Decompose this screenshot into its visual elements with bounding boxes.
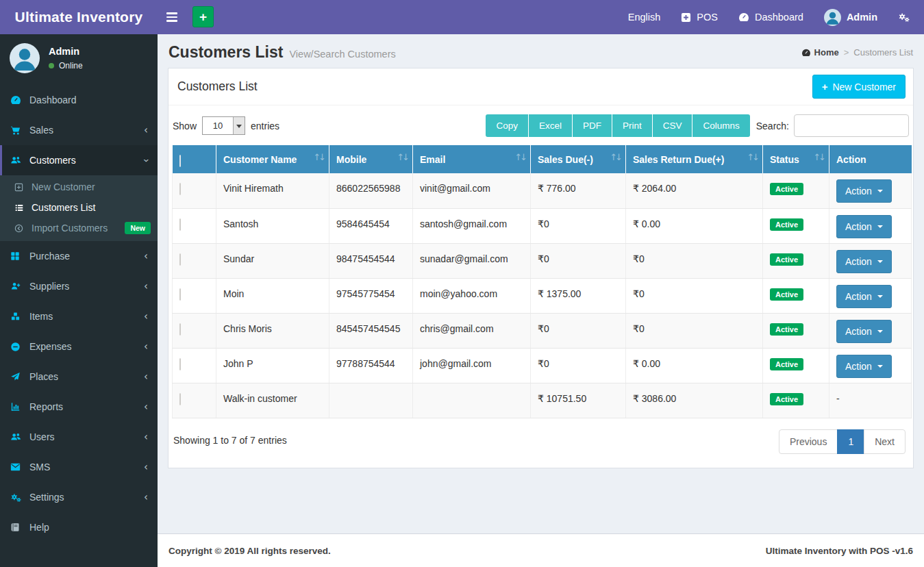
sidebar-item-reports[interactable]: Reports ‹ [0,392,158,422]
columns-button[interactable]: Columns [692,114,749,137]
cell-sales-due: ₹0 [531,208,626,243]
quick-add-button[interactable]: + [192,6,214,27]
header-customer-name[interactable]: Customer Name↑↓ [216,145,329,173]
sidebar-item-places[interactable]: Places ‹ [0,362,158,392]
next-page-button[interactable]: Next [864,429,906,454]
new-customer-button[interactable]: + New Customer [812,75,906,99]
th-large-icon [10,251,29,261]
table-row: John P 97788754544 john@gmail.com ₹0 ₹ 0… [173,348,912,383]
sidebar-menu: Dashboard Sales ‹ Customers ‹ New Custom… [0,85,158,542]
cell-mobile: 845457454545 [329,313,413,348]
row-checkbox[interactable] [179,393,181,405]
action-button[interactable]: Action [836,285,892,308]
app-logo[interactable]: Ultimate Inventory [0,9,158,25]
plus-icon: + [199,10,207,25]
customers-table: Customer Name↑↓ Mobile↑↓ Email↑↓ Sales D… [168,145,913,418]
sidebar-item-new-customer[interactable]: New Customer [0,177,158,197]
sidebar-user-panel: Admin Online [0,34,158,84]
action-button[interactable]: Action [836,250,892,273]
select-all-header[interactable] [173,145,216,173]
row-checkbox[interactable] [179,218,181,231]
page-number-button[interactable]: 1 [837,429,864,454]
select-dropdown-button[interactable] [233,117,245,134]
cubes-icon [10,312,29,321]
caret-down-icon [236,125,242,131]
sidebar-item-dashboard[interactable]: Dashboard [0,85,158,115]
cell-sales-return-due: ₹ 2064.00 [626,173,763,208]
language-menu[interactable]: English [628,12,661,23]
sidebar-item-customers[interactable]: Customers ‹ [0,145,158,175]
row-checkbox[interactable] [179,323,181,336]
chevron-down-icon: ‹ [141,158,151,162]
copy-button[interactable]: Copy [486,114,529,137]
row-checkbox[interactable] [179,358,181,370]
action-button[interactable]: Action [836,320,892,343]
card-title: Customers List [177,79,258,94]
sidebar-item-items[interactable]: Items ‹ [0,301,158,331]
sidebar: Admin Online Dashboard Sales ‹ Customers… [0,34,158,567]
page-length-select[interactable]: 10 [202,116,245,135]
header-status[interactable]: Status↑↓ [763,145,829,173]
sidebar-item-sales[interactable]: Sales ‹ [0,115,158,145]
settings-gear-icon[interactable] [898,12,910,23]
sidebar-item-settings[interactable]: Settings ‹ [0,482,158,512]
pdf-button[interactable]: PDF [573,114,612,137]
dashboard-link[interactable]: Dashboard [738,12,803,23]
header-email[interactable]: Email↑↓ [413,145,531,173]
sidebar-item-import-customers[interactable]: Import Customers New [0,218,158,238]
sidebar-item-expenses[interactable]: Expenses ‹ [0,331,158,362]
action-button[interactable]: Action [836,355,892,378]
breadcrumb-current: Customers List [853,47,913,58]
cell-sales-due: ₹0 [531,243,626,278]
header-sales-due[interactable]: Sales Due(-)↑↓ [531,145,626,173]
search-input[interactable] [794,114,909,137]
sidebar-item-users[interactable]: Users ‹ [0,422,158,452]
copyright-text: Copyright © 2019 All rights reserved. [168,546,331,556]
book-icon [10,522,29,532]
sidebar-toggle-icon[interactable] [158,5,186,28]
sidebar-item-sms[interactable]: SMS ‹ [0,452,158,482]
sidebar-item-customers-list[interactable]: Customers List [0,197,158,218]
search-label: Search: [756,121,789,131]
cell-mobile: 9584645454 [329,208,413,243]
row-checkbox[interactable] [179,183,181,195]
user-status: Online [49,61,83,71]
table-row: Sundar 98475454544 sunadar@gmail.com ₹0 … [173,243,912,278]
sort-icon: ↑↓ [747,152,758,162]
sidebar-item-suppliers[interactable]: Suppliers ‹ [0,271,158,301]
chevron-left-icon: ‹ [144,312,148,322]
gauge-icon [10,95,29,105]
status-badge: Active [770,288,803,301]
print-button[interactable]: Print [612,114,653,137]
pos-link[interactable]: POS [681,12,718,23]
header-sales-return-due[interactable]: Sales Return Due(+)↑↓ [626,145,763,173]
table-row: Moin 97545775454 moin@yahoo.com ₹ 1375.0… [173,278,912,313]
cell-email: vinit@gmail.com [413,173,531,208]
user-menu[interactable]: Admin [824,9,877,26]
row-checkbox[interactable] [179,288,181,301]
select-all-checkbox[interactable] [179,155,181,167]
cell-customer-name: Vinit Hiremath [216,173,329,208]
cell-sales-return-due: ₹0 [626,313,763,348]
main-content: Customers List View/Search Customers Hom… [158,34,924,533]
top-navbar: Ultimate Inventory + English POS Dashboa… [0,0,924,34]
previous-page-button[interactable]: Previous [779,429,838,454]
header-mobile[interactable]: Mobile↑↓ [329,145,413,173]
header-action: Action [829,145,912,173]
action-button[interactable]: Action [836,215,892,238]
chevron-left-icon: ‹ [144,125,148,136]
cell-customer-name: John P [216,348,329,383]
sidebar-item-help[interactable]: Help [0,512,158,542]
chevron-left-icon: ‹ [144,281,148,292]
sort-icon: ↑↓ [514,152,525,162]
users-icon [10,155,29,166]
breadcrumb-home[interactable]: Home [801,47,839,58]
excel-button[interactable]: Excel [529,114,573,137]
cell-sales-due: ₹ 776.00 [531,173,626,208]
new-badge: New [125,222,151,234]
row-checkbox[interactable] [179,253,181,266]
action-button[interactable]: Action [836,179,892,203]
csv-button[interactable]: CSV [653,114,693,137]
cell-email: john@gmail.com [413,348,531,383]
sidebar-item-purchase[interactable]: Purchase ‹ [0,241,158,271]
